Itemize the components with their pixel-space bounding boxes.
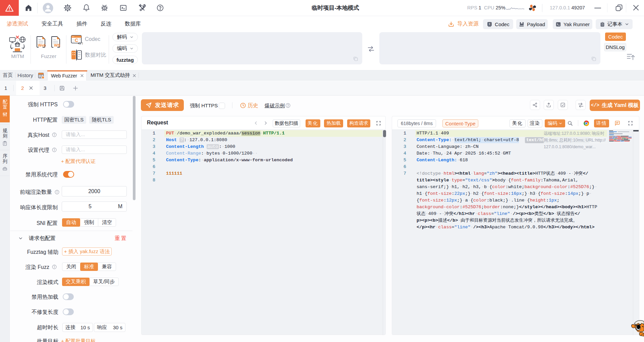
svg-text:C: C [489,23,490,25]
svg-text:WS: WS [54,43,60,47]
svg-text:11: 11 [72,41,75,43]
svg-text:</>: </> [78,42,83,45]
svg-text:10: 10 [79,38,82,40]
svg-text:Web: Web [38,43,46,47]
